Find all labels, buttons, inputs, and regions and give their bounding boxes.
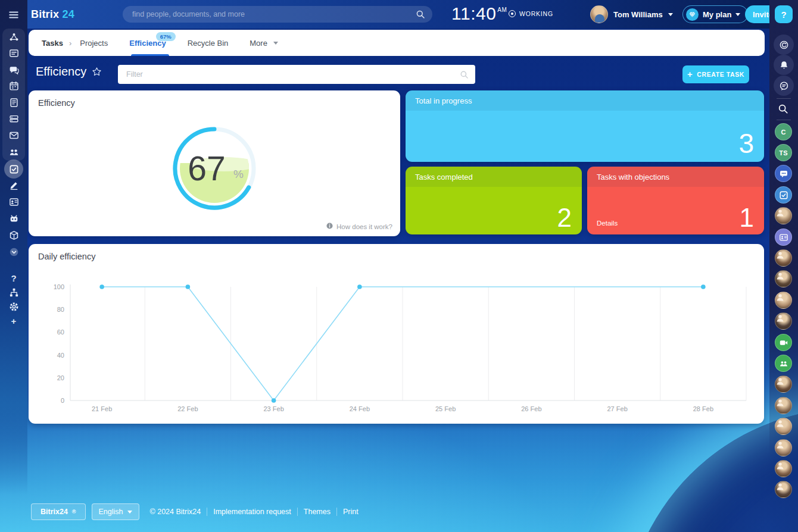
svg-text:100: 100 — [54, 283, 64, 290]
logo-suffix: 24 — [62, 8, 74, 20]
clock[interactable]: 11:40 AM — [451, 4, 507, 24]
efficiency-badge: 67% — [156, 32, 176, 41]
avatar[interactable] — [775, 270, 792, 287]
tab-label: Recycle Bin — [188, 39, 229, 48]
search-icon[interactable] — [778, 104, 788, 117]
print-link[interactable]: Print — [343, 508, 359, 516]
products-icon — [9, 230, 19, 240]
sidebar-item-document[interactable] — [8, 97, 19, 108]
sidebar-item-chat[interactable] — [8, 64, 19, 75]
language-selector[interactable]: English — [92, 503, 139, 520]
tab-more[interactable]: More — [250, 39, 278, 48]
info-icon — [326, 222, 333, 231]
stat-card-total-in-progress[interactable]: Total in progress 3 — [406, 90, 764, 162]
stat-card-tasks-completed[interactable]: Tasks completed 2 — [406, 167, 582, 234]
tab-projects[interactable]: Projects — [80, 39, 108, 48]
sidebar-item-network[interactable] — [8, 32, 19, 42]
chat-icon — [9, 65, 19, 75]
gem-icon — [686, 8, 699, 21]
global-search-input[interactable] — [123, 10, 416, 18]
filter-input[interactable] — [118, 70, 460, 79]
implementation-request-link[interactable]: Implementation request — [213, 508, 291, 516]
person-icon — [775, 376, 791, 392]
page-title-text: Efficiency — [36, 65, 86, 79]
sidebar-item-feed[interactable] — [8, 48, 19, 58]
svg-text:28 Feb: 28 Feb — [693, 405, 713, 412]
sidebar-item-mail[interactable] — [8, 130, 19, 140]
avatar[interactable] — [775, 207, 792, 224]
daily-efficiency-chart: 02040608010021 Feb22 Feb23 Feb24 Feb25 F… — [29, 244, 764, 424]
svg-text:23 Feb: 23 Feb — [264, 405, 284, 412]
person-icon — [775, 250, 791, 266]
expand-more-icon — [9, 247, 19, 257]
avatar[interactable] — [775, 439, 792, 456]
bitrix24-logo[interactable]: Bitrix 24 — [31, 8, 74, 21]
card-title: Efficiency — [38, 98, 75, 108]
svg-text:%: % — [233, 168, 244, 180]
working-status[interactable]: WORKING — [509, 10, 553, 17]
sidebar-item-calendar[interactable] — [8, 80, 19, 91]
sidebar-item-expand-more[interactable] — [8, 246, 19, 257]
user-avatar — [590, 5, 608, 23]
users-avatar[interactable] — [775, 355, 792, 372]
chevron-down-icon — [735, 13, 740, 16]
network-icon — [9, 32, 19, 42]
user-menu[interactable]: Tom Williams — [590, 5, 673, 23]
copilot-button[interactable] — [774, 35, 794, 55]
group-chat-avatar[interactable] — [775, 165, 792, 182]
sidebar-item-crm[interactable] — [8, 196, 19, 207]
svg-text:24 Feb: 24 Feb — [350, 405, 370, 412]
avatar-initials[interactable]: C — [775, 123, 792, 140]
copyright: © 2024 Bitrix24 — [150, 508, 201, 516]
sidebar-item-tasks[interactable] — [4, 159, 23, 179]
sidebar-item-market[interactable] — [8, 213, 19, 224]
hamburger-icon[interactable] — [8, 10, 19, 23]
sidebar-item-esign[interactable] — [8, 180, 19, 190]
footer-brand-label: Bitrix24 — [40, 508, 68, 516]
sidebar-item-products[interactable] — [8, 230, 19, 240]
avatar[interactable] — [775, 481, 792, 498]
breadcrumb-tasks[interactable]: Tasks — [42, 39, 63, 48]
avatar[interactable] — [775, 312, 792, 330]
tasks-avatar[interactable] — [775, 186, 792, 204]
create-task-button[interactable]: + CREATE TASK — [682, 65, 749, 83]
status-target-icon — [509, 10, 516, 17]
avatar[interactable] — [775, 418, 792, 435]
avatar[interactable] — [775, 397, 792, 414]
sidebar-item-structure[interactable] — [8, 287, 19, 298]
favorite-star-icon[interactable] — [92, 67, 102, 77]
themes-link[interactable]: Themes — [304, 508, 331, 516]
bitrix24-footer-button[interactable]: Bitrix24® — [31, 503, 86, 520]
sidebar-item-drive[interactable] — [8, 113, 19, 124]
avatar[interactable] — [775, 249, 792, 267]
avatar[interactable] — [775, 460, 792, 477]
stat-title: Total in progress — [415, 96, 472, 105]
page-footer: Bitrix24® English © 2024 Bitrix24 Implem… — [31, 503, 359, 521]
avatar[interactable] — [775, 375, 792, 393]
sidebar-item-add[interactable]: + — [8, 315, 19, 326]
top-header: Bitrix 24 11:40 AM WORKING Tom Williams … — [27, 0, 769, 29]
sidebar-item-people[interactable] — [8, 146, 19, 157]
how-does-it-work-link[interactable]: How does it work? — [326, 222, 392, 231]
messenger-button[interactable] — [774, 76, 794, 96]
structure-icon — [9, 287, 19, 298]
chevron-right-icon: › — [69, 39, 71, 48]
global-search[interactable] — [123, 6, 432, 23]
sidebar-item-help[interactable]: ? — [8, 273, 19, 283]
search-icon — [460, 70, 469, 79]
stat-card-tasks-with-objections[interactable]: Tasks with objections Details 1 — [587, 167, 764, 234]
help-button[interactable]: ? — [775, 5, 793, 23]
my-plan-button[interactable]: My plan — [682, 5, 748, 23]
details-link[interactable]: Details — [597, 220, 618, 227]
chevron-down-icon — [127, 511, 132, 514]
tab-recycle-bin[interactable]: Recycle Bin — [188, 39, 229, 48]
active-tab-indicator — [131, 54, 169, 56]
video-avatar[interactable] — [775, 334, 792, 351]
filter-bar[interactable] — [118, 65, 475, 84]
bell-button[interactable] — [774, 55, 794, 75]
sidebar-item-settings[interactable] — [8, 301, 19, 312]
tab-efficiency[interactable]: Efficiency 67% — [129, 39, 166, 48]
contact-card-avatar[interactable] — [775, 229, 792, 246]
avatar[interactable] — [775, 292, 792, 309]
avatar-initials[interactable]: TS — [775, 144, 792, 161]
